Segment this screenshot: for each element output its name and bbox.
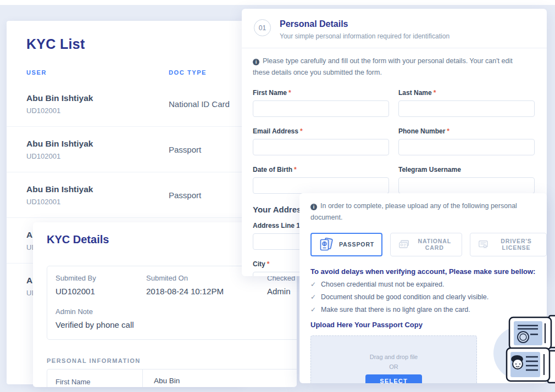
field-label: Address Line 1 bbox=[253, 222, 300, 229]
page-subtitle: Your simple personal information require… bbox=[280, 32, 449, 40]
form-instruction-note: iPlease type carefully and fill out the … bbox=[242, 48, 547, 79]
doc-type: Passport bbox=[169, 145, 245, 154]
table-row[interactable]: Abu Bin Ishtiyak UD102001 Passport bbox=[7, 172, 245, 218]
first-name-field-group: First Name* bbox=[253, 89, 389, 117]
step-number-badge: 01 bbox=[254, 19, 271, 36]
user-id: UD102001 bbox=[26, 152, 169, 160]
check-icon: ✓ bbox=[310, 281, 316, 288]
table-row[interactable]: Abu Bin Ishtiyak UD102001 National ID Ca… bbox=[7, 81, 245, 127]
personal-information-table: First Name Abu Bin bbox=[47, 369, 297, 387]
doc-option-label: DRIVER'S LICENSE bbox=[494, 238, 539, 251]
field-label: City bbox=[253, 260, 265, 268]
first-name-row-value: Abu Bin bbox=[142, 369, 297, 387]
info-icon: i bbox=[310, 204, 317, 210]
checked-by-value: Admin bbox=[267, 287, 297, 296]
field-label: Date of Birth bbox=[253, 166, 292, 173]
submitted-by-label: Submited By bbox=[56, 274, 146, 282]
drivers-license-option-button[interactable]: DRIVER'S LICENSE bbox=[470, 233, 547, 256]
date-of-birth-field[interactable] bbox=[253, 177, 389, 194]
submitted-by-value: UD102001 bbox=[56, 287, 146, 296]
required-mark: * bbox=[294, 166, 297, 173]
verification-warning-title: To avoid delays when verifying account, … bbox=[310, 267, 547, 276]
kyc-dashboard: KYC List USER DOC TYPE Abu Bin Ishtiyak … bbox=[0, 0, 555, 392]
drag-drop-text: Drag and drop file bbox=[311, 354, 476, 360]
check-icon: ✓ bbox=[310, 306, 316, 313]
email-field[interactable] bbox=[253, 139, 389, 155]
user-name: Abu Bin Ishtiyak bbox=[26, 184, 169, 194]
email-field-group: Email Address* bbox=[253, 127, 389, 155]
upload-documents-card: iIn order to complete, please upload any… bbox=[299, 193, 547, 383]
last-name-field-group: Last Name* bbox=[398, 89, 535, 117]
field-label: First Name bbox=[253, 89, 287, 97]
required-mark: * bbox=[300, 127, 303, 135]
field-label: Telegram Username bbox=[398, 166, 461, 173]
upload-zone-title: Upload Here Your Passport Copy bbox=[310, 321, 547, 329]
doc-type: National ID Card bbox=[169, 99, 245, 109]
submitted-by: Submited By UD102001 bbox=[56, 274, 146, 296]
first-name-row-label: First Name bbox=[47, 369, 142, 387]
user-id: UD102001 bbox=[26, 198, 169, 206]
top-white-bar bbox=[0, 0, 555, 5]
kyc-list-title: KYC List bbox=[7, 21, 245, 52]
list-item: ✓Make sure that there is no light glare … bbox=[310, 306, 547, 313]
phone-field-group: Phone Number* bbox=[398, 127, 535, 155]
column-header-user: USER bbox=[26, 69, 169, 76]
dob-field-group: Date of Birth* bbox=[253, 166, 389, 194]
telegram-field-group: Telegram Username bbox=[398, 166, 535, 194]
admin-note: Admin Note Verified by phone call bbox=[56, 307, 297, 329]
submitted-on: Submited On 2018-08-24 10:12PM bbox=[146, 274, 267, 296]
last-name-field[interactable] bbox=[398, 100, 535, 117]
check-icon: ✓ bbox=[310, 293, 316, 301]
drivers-license-icon bbox=[478, 238, 489, 251]
first-name-field[interactable] bbox=[253, 100, 389, 117]
step-header: 01 Personal Details Your simple personal… bbox=[242, 9, 547, 40]
required-mark: * bbox=[434, 89, 436, 97]
verification-checklist: ✓Chosen credential must not be expaired.… bbox=[310, 281, 547, 313]
phone-field[interactable] bbox=[398, 139, 535, 155]
submitted-on-value: 2018-08-24 10:12PM bbox=[146, 287, 267, 296]
document-type-options: PASSPORT NATIONAL CARD bbox=[310, 233, 547, 256]
doc-type: Passport bbox=[169, 191, 245, 200]
national-card-icon bbox=[398, 238, 409, 251]
admin-note-value: Verified by phone call bbox=[56, 320, 297, 329]
telegram-username-field[interactable] bbox=[398, 177, 535, 194]
required-mark: * bbox=[447, 127, 449, 135]
field-label: Phone Number bbox=[398, 127, 445, 135]
admin-note-label: Admin Note bbox=[56, 307, 297, 316]
personal-information-section-label: PERSONAL INFORMATION bbox=[47, 357, 297, 364]
passport-icon bbox=[319, 238, 334, 251]
list-item: ✓Chosen credential must not be expaired. bbox=[310, 281, 547, 288]
national-card-option-button[interactable]: NATIONAL CARD bbox=[390, 233, 462, 256]
list-item: ✓Document should be good condition and c… bbox=[310, 293, 547, 301]
upload-instruction-note: iIn order to complete, please upload any… bbox=[310, 200, 547, 224]
field-label: Last Name bbox=[398, 89, 432, 97]
passport-option-button[interactable]: PASSPORT bbox=[310, 233, 382, 256]
table-row[interactable]: Abu Bin Ishtiyak UD102001 Passport bbox=[7, 127, 245, 172]
doc-option-label: NATIONAL CARD bbox=[415, 238, 454, 251]
kyc-list-header: USER DOC TYPE bbox=[7, 52, 245, 76]
user-id: UD102001 bbox=[26, 107, 169, 115]
file-dropzone[interactable]: Drag and drop file OR SELECT bbox=[310, 335, 477, 384]
doc-option-label: PASSPORT bbox=[339, 241, 374, 248]
user-name: Abu Bin Ishtiyak bbox=[26, 93, 169, 103]
user-name: Abu Bin Ishtiyak bbox=[26, 139, 169, 149]
select-file-button[interactable]: SELECT bbox=[365, 374, 422, 384]
or-text: OR bbox=[311, 363, 476, 370]
page-title: Personal Details bbox=[280, 19, 449, 29]
required-mark: * bbox=[288, 89, 291, 97]
checked-by: Checked By Admin bbox=[267, 274, 297, 296]
column-header-doc-type: DOC TYPE bbox=[169, 69, 245, 76]
field-label: Email Address bbox=[253, 127, 298, 135]
info-icon: i bbox=[253, 59, 259, 65]
submission-info-box: Submited By UD102001 Submited On 2018-08… bbox=[47, 266, 297, 340]
required-mark: * bbox=[267, 260, 270, 268]
